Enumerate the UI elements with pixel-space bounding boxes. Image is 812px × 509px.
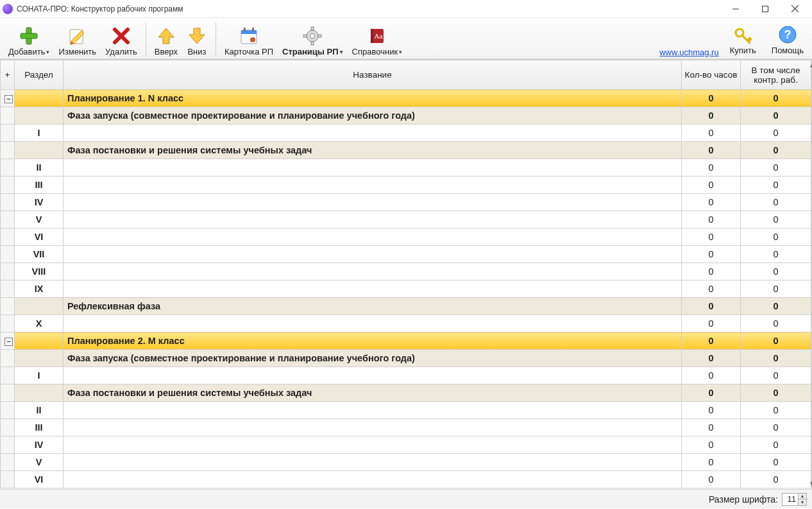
row-hours[interactable]: 0 <box>682 142 741 159</box>
row-ctrl[interactable]: 0 <box>741 419 811 436</box>
row-hours[interactable]: 0 <box>682 419 741 436</box>
row-hours[interactable]: 0 <box>682 315 741 332</box>
row-name[interactable] <box>63 229 682 246</box>
row-ctrl[interactable]: 0 <box>741 194 811 211</box>
row-ctrl[interactable]: 0 <box>741 367 811 384</box>
table-row[interactable]: III00 <box>1 177 811 194</box>
row-name[interactable]: Рефлексивная фаза <box>63 298 682 315</box>
row-ctrl[interactable]: 0 <box>741 263 811 280</box>
row-ctrl[interactable]: 0 <box>741 454 811 471</box>
row-ctrl[interactable]: 0 <box>741 142 811 159</box>
table-row[interactable]: VIII00 <box>1 263 811 280</box>
table-row[interactable]: I00 <box>1 125 811 142</box>
table-row[interactable]: Фаза постановки и решения системы учебны… <box>1 384 811 402</box>
collapse-icon[interactable]: − <box>4 95 13 103</box>
row-name[interactable] <box>63 246 682 263</box>
row-hours[interactable]: 0 <box>682 350 741 367</box>
row-ctrl[interactable]: 0 <box>741 298 811 315</box>
buy-button[interactable]: Купить <box>725 20 761 57</box>
row-name[interactable] <box>63 194 682 211</box>
row-ctrl[interactable]: 0 <box>741 159 811 177</box>
row-hours[interactable]: 0 <box>682 402 741 419</box>
planning-table[interactable]: + Раздел Название Кол-во часов В том чис… <box>0 60 811 488</box>
row-toggle-cell[interactable]: − <box>1 332 15 350</box>
row-ctrl[interactable]: 0 <box>741 471 811 488</box>
row-hours[interactable]: 0 <box>682 211 741 229</box>
row-ctrl[interactable]: 0 <box>741 315 811 332</box>
down-button[interactable]: Вниз <box>182 21 212 58</box>
font-size-spinner[interactable]: 11 ▲ ▼ <box>782 493 807 506</box>
row-name[interactable] <box>63 402 682 419</box>
row-hours[interactable]: 0 <box>682 246 741 263</box>
header-section[interactable]: Раздел <box>15 60 63 90</box>
table-row[interactable]: Фаза запуска (совместное проектирование … <box>1 350 811 367</box>
add-button[interactable]: Добавить▾ <box>4 21 54 58</box>
row-hours[interactable]: 0 <box>682 436 741 454</box>
table-row[interactable]: II00 <box>1 402 811 419</box>
row-name[interactable]: Фаза постановки и решения системы учебны… <box>63 142 682 159</box>
row-name[interactable] <box>63 159 682 177</box>
row-ctrl[interactable]: 0 <box>741 280 811 298</box>
row-hours[interactable]: 0 <box>682 454 741 471</box>
row-name[interactable] <box>63 315 682 332</box>
edit-button[interactable]: Изменить <box>54 21 101 58</box>
row-hours[interactable]: 0 <box>682 280 741 298</box>
table-row[interactable]: VI00 <box>1 471 811 488</box>
table-row[interactable]: VII00 <box>1 246 811 263</box>
row-name[interactable]: Планирование 1. N класс <box>63 90 682 107</box>
header-ctrl[interactable]: В том числе контр. раб. <box>741 60 811 90</box>
row-hours[interactable]: 0 <box>682 90 741 107</box>
row-name[interactable] <box>63 436 682 454</box>
row-ctrl[interactable]: 0 <box>741 229 811 246</box>
row-name[interactable] <box>63 419 682 436</box>
row-hours[interactable]: 0 <box>682 298 741 315</box>
table-row[interactable]: −Планирование 1. N класс00 <box>1 90 811 107</box>
row-ctrl[interactable]: 0 <box>741 350 811 367</box>
row-ctrl[interactable]: 0 <box>741 436 811 454</box>
spinner-up-icon[interactable]: ▲ <box>799 494 806 499</box>
header-expand[interactable]: + <box>1 60 15 90</box>
row-ctrl[interactable]: 0 <box>741 384 811 402</box>
header-hours[interactable]: Кол-во часов <box>682 60 741 90</box>
table-row[interactable]: VI00 <box>1 229 811 246</box>
row-ctrl[interactable]: 0 <box>741 90 811 107</box>
row-hours[interactable]: 0 <box>682 125 741 142</box>
window-maximize-button[interactable] <box>750 0 780 18</box>
row-hours[interactable]: 0 <box>682 384 741 402</box>
site-link[interactable]: www.uchmag.ru <box>659 47 718 57</box>
row-hours[interactable]: 0 <box>682 159 741 177</box>
row-toggle-cell[interactable]: − <box>1 90 15 107</box>
row-name[interactable] <box>63 125 682 142</box>
row-name[interactable] <box>63 211 682 229</box>
row-name[interactable]: Фаза запуска (совместное проектирование … <box>63 350 682 367</box>
table-row[interactable]: Фаза постановки и решения системы учебны… <box>1 142 811 159</box>
table-row[interactable]: IV00 <box>1 194 811 211</box>
table-row[interactable]: IV00 <box>1 436 811 454</box>
table-row[interactable]: X00 <box>1 315 811 332</box>
delete-button[interactable]: Удалить <box>101 21 142 58</box>
card-button[interactable]: Карточка РП <box>220 21 278 58</box>
table-row[interactable]: V00 <box>1 211 811 229</box>
row-name[interactable] <box>63 367 682 384</box>
row-ctrl[interactable]: 0 <box>741 125 811 142</box>
row-ctrl[interactable]: 0 <box>741 177 811 194</box>
row-name[interactable] <box>63 280 682 298</box>
row-name[interactable] <box>63 454 682 471</box>
row-ctrl[interactable]: 0 <box>741 211 811 229</box>
window-close-button[interactable] <box>780 0 809 18</box>
help-button[interactable]: ? Помощь <box>767 20 808 57</box>
row-hours[interactable]: 0 <box>682 194 741 211</box>
row-name[interactable]: Планирование 2. M класс <box>63 332 682 350</box>
table-row[interactable]: II00 <box>1 159 811 177</box>
collapse-icon[interactable]: − <box>4 338 13 346</box>
reference-button[interactable]: Aa Справочник▾ <box>348 21 407 58</box>
table-row[interactable]: I00 <box>1 367 811 384</box>
row-name[interactable] <box>63 471 682 488</box>
row-name[interactable] <box>63 263 682 280</box>
table-row[interactable]: III00 <box>1 419 811 436</box>
window-minimize-button[interactable] <box>721 0 750 18</box>
table-row[interactable]: IX00 <box>1 280 811 298</box>
up-button[interactable]: Вверх <box>150 21 182 58</box>
pages-button[interactable]: Страницы РП▾ <box>278 21 348 58</box>
spinner-down-icon[interactable]: ▼ <box>799 499 806 505</box>
